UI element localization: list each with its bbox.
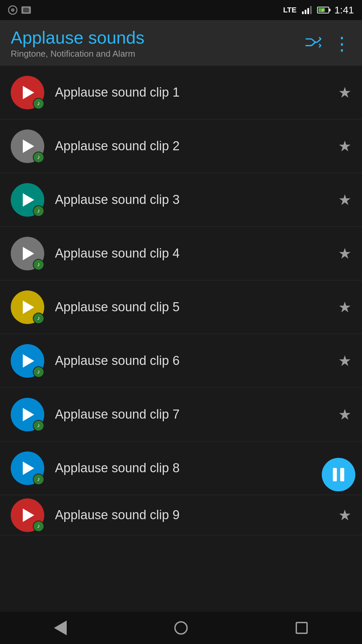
- recents-button[interactable]: [292, 618, 312, 638]
- clip-name-2: Applause sound clip 2: [55, 139, 338, 153]
- play-icon-9: [23, 508, 34, 522]
- page-title: Applause sounds: [11, 28, 144, 47]
- toolbar-actions: ⋮: [305, 35, 351, 53]
- play-icon-7: [23, 408, 34, 421]
- toolbar: Applause sounds Ringtone, Notification a…: [0, 20, 362, 66]
- sim-icon: [21, 6, 31, 14]
- star-button-1[interactable]: ★: [338, 84, 351, 101]
- star-button-6[interactable]: ★: [338, 352, 351, 369]
- music-badge-7: ♪: [33, 420, 44, 431]
- play-button-7[interactable]: ♪: [11, 398, 44, 431]
- play-icon-3: [23, 193, 34, 207]
- page-subtitle: Ringtone, Notification and Alarm: [11, 49, 144, 59]
- play-icon-1: [23, 86, 34, 99]
- play-icon-6: [23, 354, 34, 368]
- list-item: ♪ Applause sound clip 5 ★: [0, 280, 362, 334]
- music-badge-4: ♪: [33, 259, 44, 270]
- lte-label: LTE: [283, 6, 297, 14]
- star-button-2[interactable]: ★: [338, 138, 351, 155]
- star-button-4[interactable]: ★: [338, 245, 351, 262]
- music-badge-1: ♪: [33, 98, 44, 109]
- back-button[interactable]: [50, 618, 70, 638]
- play-button-3[interactable]: ♪: [11, 183, 44, 217]
- list-item: ♪ Applause sound clip 8 ★: [0, 441, 362, 495]
- status-right: LTE ⚡ 1:41: [283, 4, 354, 16]
- clip-name-8: Applause sound clip 8: [55, 461, 338, 475]
- music-badge-9: ♪: [33, 521, 44, 532]
- music-badge-2: ♪: [33, 152, 44, 163]
- play-icon-8: [23, 462, 34, 475]
- status-left: [8, 5, 31, 15]
- home-button[interactable]: [171, 618, 191, 638]
- play-icon-2: [23, 140, 34, 153]
- recents-icon: [296, 622, 308, 634]
- play-button-6[interactable]: ♪: [11, 344, 44, 378]
- play-button-1[interactable]: ♪: [11, 76, 44, 109]
- list-item: ♪ Applause sound clip 4 ★: [0, 227, 362, 280]
- pause-fab[interactable]: [322, 458, 355, 491]
- star-button-7[interactable]: ★: [338, 406, 351, 423]
- bottom-navigation: [0, 612, 362, 644]
- back-icon: [54, 621, 67, 635]
- clip-name-9: Applause sound clip 9: [55, 508, 338, 522]
- sound-list: ♪ Applause sound clip 1 ★ ♪ Applause sou…: [0, 66, 362, 535]
- home-icon: [174, 621, 188, 635]
- list-item: ♪ Applause sound clip 2 ★: [0, 119, 362, 173]
- clip-name-7: Applause sound clip 7: [55, 407, 338, 422]
- play-button-4[interactable]: ♪: [11, 237, 44, 270]
- list-item: ♪ Applause sound clip 3 ★: [0, 173, 362, 227]
- status-bar: LTE ⚡ 1:41: [0, 0, 362, 20]
- signal-icon: [302, 6, 312, 14]
- clip-name-4: Applause sound clip 4: [55, 246, 338, 261]
- clock: 1:41: [335, 4, 354, 16]
- star-button-3[interactable]: ★: [338, 191, 351, 208]
- list-item: ♪ Applause sound clip 7 ★: [0, 388, 362, 441]
- play-button-9[interactable]: ♪: [11, 498, 44, 532]
- clip-name-3: Applause sound clip 3: [55, 193, 338, 207]
- star-button-9[interactable]: ★: [338, 506, 351, 524]
- play-icon-5: [23, 301, 34, 314]
- list-item: ♪ Applause sound clip 1 ★: [0, 66, 362, 119]
- title-area: Applause sounds Ringtone, Notification a…: [11, 28, 144, 59]
- play-button-2[interactable]: ♪: [11, 129, 44, 163]
- svg-point-1: [12, 9, 14, 11]
- music-badge-6: ♪: [33, 366, 44, 378]
- clip-name-5: Applause sound clip 5: [55, 300, 338, 314]
- music-badge-8: ♪: [33, 474, 44, 485]
- play-button-5[interactable]: ♪: [11, 290, 44, 324]
- more-options-button[interactable]: ⋮: [333, 35, 351, 53]
- list-item: ♪ Applause sound clip 9 ★: [0, 495, 362, 535]
- pause-icon: [333, 468, 344, 481]
- shuffle-button[interactable]: [305, 36, 322, 52]
- play-icon-4: [23, 247, 34, 260]
- clip-name-6: Applause sound clip 6: [55, 354, 338, 368]
- camera-indicator: [8, 5, 17, 15]
- battery-icon: ⚡: [317, 7, 329, 13]
- music-badge-5: ♪: [33, 313, 44, 324]
- list-item: ♪ Applause sound clip 6 ★: [0, 334, 362, 388]
- music-badge-3: ♪: [33, 205, 44, 217]
- clip-name-1: Applause sound clip 1: [55, 85, 338, 100]
- star-button-5[interactable]: ★: [338, 299, 351, 316]
- play-button-8[interactable]: ♪: [11, 451, 44, 485]
